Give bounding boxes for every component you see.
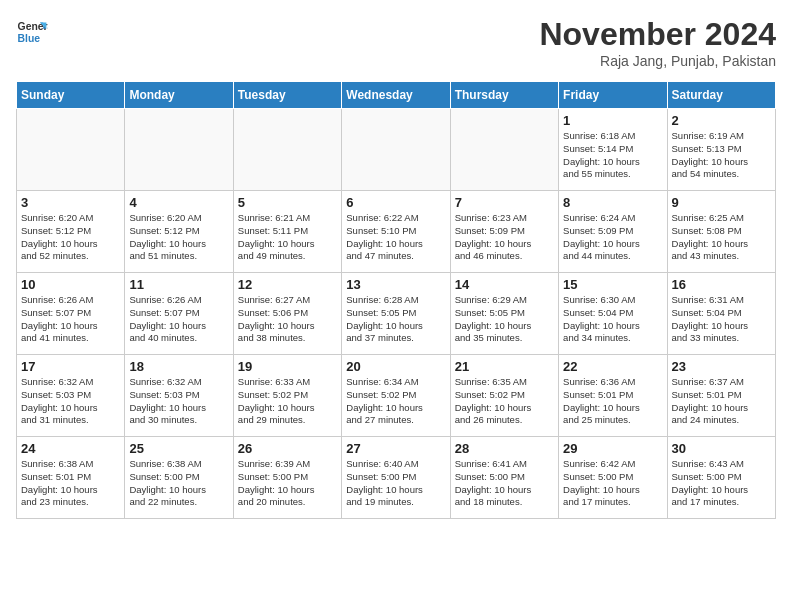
svg-text:Blue: Blue [18, 33, 41, 44]
day-number: 16 [672, 277, 771, 292]
day-number: 21 [455, 359, 554, 374]
day-info: Sunrise: 6:36 AM Sunset: 5:01 PM Dayligh… [563, 376, 662, 427]
weekday-header-thursday: Thursday [450, 82, 558, 109]
day-number: 25 [129, 441, 228, 456]
day-number: 23 [672, 359, 771, 374]
day-number: 5 [238, 195, 337, 210]
day-info: Sunrise: 6:32 AM Sunset: 5:03 PM Dayligh… [21, 376, 120, 427]
day-number: 27 [346, 441, 445, 456]
day-info: Sunrise: 6:25 AM Sunset: 5:08 PM Dayligh… [672, 212, 771, 263]
calendar-cell: 3Sunrise: 6:20 AM Sunset: 5:12 PM Daylig… [17, 191, 125, 273]
day-number: 29 [563, 441, 662, 456]
day-number: 3 [21, 195, 120, 210]
calendar-cell: 2Sunrise: 6:19 AM Sunset: 5:13 PM Daylig… [667, 109, 775, 191]
day-number: 8 [563, 195, 662, 210]
day-number: 19 [238, 359, 337, 374]
day-info: Sunrise: 6:28 AM Sunset: 5:05 PM Dayligh… [346, 294, 445, 345]
weekday-header-saturday: Saturday [667, 82, 775, 109]
calendar-cell: 4Sunrise: 6:20 AM Sunset: 5:12 PM Daylig… [125, 191, 233, 273]
calendar-cell [233, 109, 341, 191]
calendar-cell: 6Sunrise: 6:22 AM Sunset: 5:10 PM Daylig… [342, 191, 450, 273]
day-info: Sunrise: 6:21 AM Sunset: 5:11 PM Dayligh… [238, 212, 337, 263]
day-info: Sunrise: 6:31 AM Sunset: 5:04 PM Dayligh… [672, 294, 771, 345]
weekday-header-tuesday: Tuesday [233, 82, 341, 109]
page-header: General Blue November 2024 Raja Jang, Pu… [16, 16, 776, 69]
calendar-cell: 20Sunrise: 6:34 AM Sunset: 5:02 PM Dayli… [342, 355, 450, 437]
day-number: 26 [238, 441, 337, 456]
day-info: Sunrise: 6:38 AM Sunset: 5:01 PM Dayligh… [21, 458, 120, 509]
day-info: Sunrise: 6:42 AM Sunset: 5:00 PM Dayligh… [563, 458, 662, 509]
calendar-week-4: 17Sunrise: 6:32 AM Sunset: 5:03 PM Dayli… [17, 355, 776, 437]
logo: General Blue [16, 16, 48, 48]
calendar-cell: 7Sunrise: 6:23 AM Sunset: 5:09 PM Daylig… [450, 191, 558, 273]
day-info: Sunrise: 6:27 AM Sunset: 5:06 PM Dayligh… [238, 294, 337, 345]
title-block: November 2024 Raja Jang, Punjab, Pakista… [539, 16, 776, 69]
day-info: Sunrise: 6:37 AM Sunset: 5:01 PM Dayligh… [672, 376, 771, 427]
calendar-cell: 15Sunrise: 6:30 AM Sunset: 5:04 PM Dayli… [559, 273, 667, 355]
calendar-cell: 11Sunrise: 6:26 AM Sunset: 5:07 PM Dayli… [125, 273, 233, 355]
day-info: Sunrise: 6:26 AM Sunset: 5:07 PM Dayligh… [21, 294, 120, 345]
day-info: Sunrise: 6:29 AM Sunset: 5:05 PM Dayligh… [455, 294, 554, 345]
month-title: November 2024 [539, 16, 776, 53]
day-info: Sunrise: 6:38 AM Sunset: 5:00 PM Dayligh… [129, 458, 228, 509]
day-number: 22 [563, 359, 662, 374]
calendar-cell [450, 109, 558, 191]
logo-icon: General Blue [16, 16, 48, 48]
calendar-cell: 17Sunrise: 6:32 AM Sunset: 5:03 PM Dayli… [17, 355, 125, 437]
calendar-cell: 29Sunrise: 6:42 AM Sunset: 5:00 PM Dayli… [559, 437, 667, 519]
day-number: 2 [672, 113, 771, 128]
weekday-header-wednesday: Wednesday [342, 82, 450, 109]
weekday-header-sunday: Sunday [17, 82, 125, 109]
day-number: 15 [563, 277, 662, 292]
calendar-cell: 14Sunrise: 6:29 AM Sunset: 5:05 PM Dayli… [450, 273, 558, 355]
calendar-cell [17, 109, 125, 191]
calendar-cell: 27Sunrise: 6:40 AM Sunset: 5:00 PM Dayli… [342, 437, 450, 519]
calendar-cell: 5Sunrise: 6:21 AM Sunset: 5:11 PM Daylig… [233, 191, 341, 273]
calendar-cell: 13Sunrise: 6:28 AM Sunset: 5:05 PM Dayli… [342, 273, 450, 355]
calendar-cell: 25Sunrise: 6:38 AM Sunset: 5:00 PM Dayli… [125, 437, 233, 519]
day-info: Sunrise: 6:41 AM Sunset: 5:00 PM Dayligh… [455, 458, 554, 509]
calendar-cell: 18Sunrise: 6:32 AM Sunset: 5:03 PM Dayli… [125, 355, 233, 437]
calendar-cell: 1Sunrise: 6:18 AM Sunset: 5:14 PM Daylig… [559, 109, 667, 191]
day-number: 4 [129, 195, 228, 210]
day-info: Sunrise: 6:34 AM Sunset: 5:02 PM Dayligh… [346, 376, 445, 427]
day-number: 13 [346, 277, 445, 292]
day-info: Sunrise: 6:18 AM Sunset: 5:14 PM Dayligh… [563, 130, 662, 181]
calendar-cell: 21Sunrise: 6:35 AM Sunset: 5:02 PM Dayli… [450, 355, 558, 437]
calendar-table: SundayMondayTuesdayWednesdayThursdayFrid… [16, 81, 776, 519]
calendar-cell: 22Sunrise: 6:36 AM Sunset: 5:01 PM Dayli… [559, 355, 667, 437]
calendar-week-1: 1Sunrise: 6:18 AM Sunset: 5:14 PM Daylig… [17, 109, 776, 191]
day-info: Sunrise: 6:32 AM Sunset: 5:03 PM Dayligh… [129, 376, 228, 427]
day-number: 17 [21, 359, 120, 374]
day-number: 18 [129, 359, 228, 374]
calendar-cell [125, 109, 233, 191]
calendar-cell [342, 109, 450, 191]
weekday-header-monday: Monday [125, 82, 233, 109]
day-number: 14 [455, 277, 554, 292]
day-info: Sunrise: 6:20 AM Sunset: 5:12 PM Dayligh… [21, 212, 120, 263]
calendar-cell: 9Sunrise: 6:25 AM Sunset: 5:08 PM Daylig… [667, 191, 775, 273]
calendar-cell: 16Sunrise: 6:31 AM Sunset: 5:04 PM Dayli… [667, 273, 775, 355]
day-number: 28 [455, 441, 554, 456]
weekday-header-friday: Friday [559, 82, 667, 109]
day-info: Sunrise: 6:39 AM Sunset: 5:00 PM Dayligh… [238, 458, 337, 509]
day-info: Sunrise: 6:43 AM Sunset: 5:00 PM Dayligh… [672, 458, 771, 509]
day-info: Sunrise: 6:30 AM Sunset: 5:04 PM Dayligh… [563, 294, 662, 345]
calendar-cell: 30Sunrise: 6:43 AM Sunset: 5:00 PM Dayli… [667, 437, 775, 519]
day-info: Sunrise: 6:35 AM Sunset: 5:02 PM Dayligh… [455, 376, 554, 427]
calendar-cell: 8Sunrise: 6:24 AM Sunset: 5:09 PM Daylig… [559, 191, 667, 273]
day-info: Sunrise: 6:22 AM Sunset: 5:10 PM Dayligh… [346, 212, 445, 263]
calendar-cell: 28Sunrise: 6:41 AM Sunset: 5:00 PM Dayli… [450, 437, 558, 519]
day-info: Sunrise: 6:26 AM Sunset: 5:07 PM Dayligh… [129, 294, 228, 345]
calendar-cell: 23Sunrise: 6:37 AM Sunset: 5:01 PM Dayli… [667, 355, 775, 437]
calendar-cell: 12Sunrise: 6:27 AM Sunset: 5:06 PM Dayli… [233, 273, 341, 355]
calendar-cell: 26Sunrise: 6:39 AM Sunset: 5:00 PM Dayli… [233, 437, 341, 519]
calendar-week-3: 10Sunrise: 6:26 AM Sunset: 5:07 PM Dayli… [17, 273, 776, 355]
day-info: Sunrise: 6:19 AM Sunset: 5:13 PM Dayligh… [672, 130, 771, 181]
day-number: 1 [563, 113, 662, 128]
day-number: 9 [672, 195, 771, 210]
calendar-week-2: 3Sunrise: 6:20 AM Sunset: 5:12 PM Daylig… [17, 191, 776, 273]
day-info: Sunrise: 6:24 AM Sunset: 5:09 PM Dayligh… [563, 212, 662, 263]
day-info: Sunrise: 6:20 AM Sunset: 5:12 PM Dayligh… [129, 212, 228, 263]
calendar-week-5: 24Sunrise: 6:38 AM Sunset: 5:01 PM Dayli… [17, 437, 776, 519]
